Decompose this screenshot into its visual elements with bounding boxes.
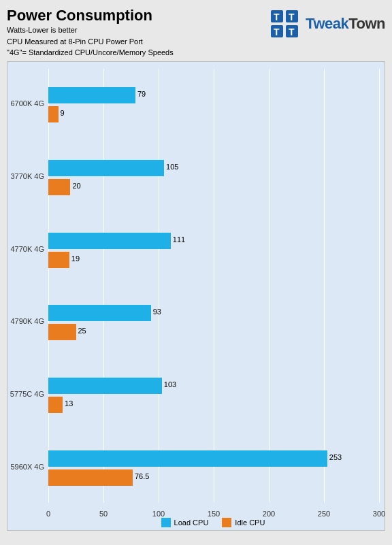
legend-load-label: Load CPU [174,518,209,527]
idle-bar [48,469,133,486]
logo-text-dark: Town [348,15,385,32]
y-axis-group-label: 4770K 4G [7,245,44,253]
logo-block: T T T T TweakTown [267,7,385,41]
idle-bar-value: 19 [71,254,80,263]
load-bar-value: 253 [329,453,342,461]
y-axis-group-label: 6700K 4G [7,99,44,108]
load-bar [48,160,164,176]
legend: Load CPU Idle CPU [48,518,378,527]
legend-idle: Idle CPU [222,518,265,527]
main-title: Power Consumption [7,7,174,24]
idle-bar [48,252,69,268]
load-bar [48,87,135,103]
legend-load: Load CPU [161,518,209,527]
chart-area: Load CPU Idle CPU 0501001502002503007996… [7,61,385,531]
x-axis-label: 300 [369,510,389,518]
subtitle-line3: "4G"= Standardized CPU/Uncore/Memory Spe… [7,47,174,59]
y-axis-group-label: 3770K 4G [7,172,44,180]
logo-text-blue: Tweak [306,15,348,32]
legend-load-box [161,518,171,527]
idle-bar [48,106,59,122]
svg-text:T: T [274,27,280,37]
idle-bar-value: 13 [65,399,73,408]
title-block: Power Consumption Watts-Lower is better … [7,7,174,59]
subtitle-line1: Watts-Lower is better [7,24,174,36]
y-axis-group-label: 5775C 4G [7,390,44,398]
idle-bar-value: 20 [72,182,80,190]
idle-bar [48,324,76,340]
load-bar [48,305,151,321]
logo-text: TweakTown [306,15,385,33]
x-axis-label: 100 [148,510,169,518]
page-container: Power Consumption Watts-Lower is better … [0,0,392,545]
x-axis-label: 0 [38,510,59,518]
tweaktown-logo-icon: T T T T [267,7,301,41]
load-bar-value: 103 [164,380,176,389]
svg-text:T: T [274,12,280,22]
load-bar-value: 111 [173,235,185,244]
subtitle-line2: CPU Measured at 8-Pin CPU Power Port [7,36,174,48]
load-bar-value: 93 [153,308,161,316]
load-bar [48,450,327,467]
load-bar-value: 105 [166,163,178,171]
load-bar [48,378,162,394]
legend-idle-label: Idle CPU [235,518,265,527]
svg-text:T: T [289,12,295,22]
idle-bar [48,179,70,195]
idle-bar-value: 9 [61,109,65,117]
idle-bar-value: 25 [78,327,86,335]
legend-idle-box [222,518,231,527]
x-axis-label: 50 [93,510,114,518]
y-axis-group-label: 4790K 4G [7,317,44,325]
svg-text:T: T [289,27,295,37]
x-axis-label: 150 [203,510,224,518]
x-axis-label: 250 [314,510,334,518]
load-bar [48,233,171,249]
load-bar-value: 79 [137,90,146,98]
header-row: Power Consumption Watts-Lower is better … [7,7,385,59]
idle-bar [48,397,63,413]
y-axis-group-label: 5960X 4G [7,463,44,471]
idle-bar-value: 76.5 [135,472,149,480]
x-axis-label: 200 [259,510,279,518]
